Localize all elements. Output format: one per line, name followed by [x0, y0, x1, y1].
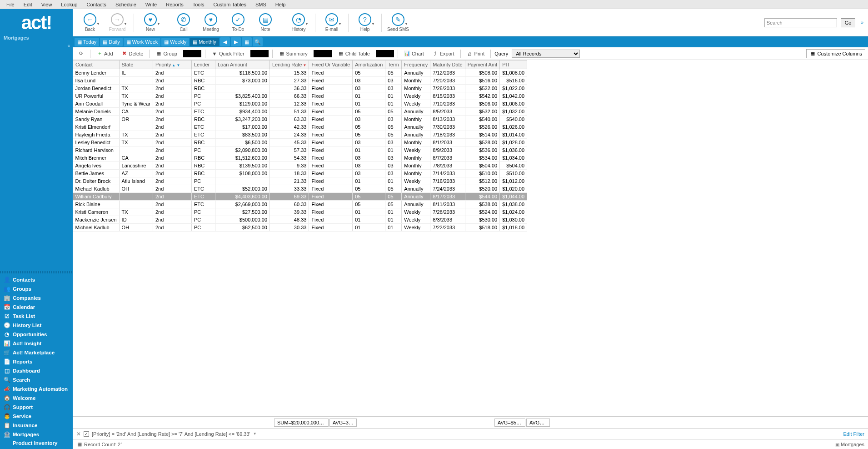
cell-la[interactable]: $1,512,600.00 — [215, 154, 270, 162]
go-button[interactable]: Go — [841, 18, 856, 27]
cell-fv[interactable]: Fixed — [309, 100, 353, 108]
cell-s[interactable]: CA — [119, 154, 153, 162]
to-do-button[interactable]: ✓To-Do — [225, 13, 251, 32]
cell-am[interactable]: 03 — [353, 139, 385, 146]
cell-fr[interactable]: Weekly — [402, 208, 430, 216]
cell-md[interactable]: 8/3/2033 — [430, 216, 465, 224]
menu-custom-tables[interactable]: Custom Tables — [209, 1, 251, 8]
menu-schedule[interactable]: Schedule — [111, 1, 141, 8]
cell-l[interactable]: PC — [192, 177, 215, 185]
cell-l[interactable]: ETC — [192, 185, 215, 193]
chart-button[interactable]: 📊Chart — [402, 50, 426, 58]
cell-s[interactable]: OH — [119, 185, 153, 193]
sidebar-item-contacts[interactable]: 👤Contacts — [0, 275, 73, 284]
cell-p[interactable]: 2nd — [153, 123, 192, 131]
cell-pa[interactable]: $524.00 — [465, 208, 499, 216]
cell-t[interactable]: 03 — [385, 116, 402, 123]
cell-c[interactable]: Kristi Cameron — [73, 208, 120, 216]
cell-l[interactable]: ETC — [192, 193, 215, 201]
cell-l[interactable]: RBC — [192, 139, 215, 146]
cell-t[interactable]: 05 — [385, 131, 402, 139]
cell-la[interactable]: $52,000.00 — [215, 185, 270, 193]
cell-c[interactable]: Bettie James — [73, 170, 120, 177]
cell-p[interactable]: 2nd — [153, 116, 192, 123]
cell-t[interactable]: 01 — [385, 177, 402, 185]
cell-la[interactable]: $6,500.00 — [215, 139, 270, 146]
cell-s[interactable]: TX — [119, 131, 153, 139]
cell-s[interactable]: OR — [119, 116, 153, 123]
cell-la[interactable]: $73,000.00 — [215, 77, 270, 85]
cell-pit[interactable]: $1,042.00 — [500, 92, 527, 100]
cell-la[interactable]: $4,403,600.00 — [215, 193, 270, 201]
cell-la[interactable]: $129,000.00 — [215, 100, 270, 108]
add-button[interactable]: ＋Add — [94, 50, 115, 58]
cell-fv[interactable]: Fixed — [309, 154, 353, 162]
cell-l[interactable]: RBC — [192, 170, 215, 177]
cell-c[interactable]: Lesley Benedict — [73, 139, 120, 146]
cell-pit[interactable]: $1,028.00 — [500, 139, 527, 146]
cell-pa[interactable]: $506.00 — [465, 100, 499, 108]
menu-help[interactable]: Help — [271, 1, 290, 8]
grid-view-button[interactable]: ▦ — [242, 37, 252, 46]
table-row[interactable]: Mitch BrennerCA2ndRBC$1,512,600.0054.33F… — [73, 154, 527, 162]
menu-reports[interactable]: Reports — [161, 1, 188, 8]
sidebar-item-task-list[interactable]: ☑Task List — [0, 312, 73, 321]
cell-am[interactable]: 05 — [353, 131, 385, 139]
sidebar-item-marketing-automation[interactable]: 📣Marketing Automation — [0, 384, 73, 394]
query-select[interactable]: All Records — [512, 50, 580, 58]
cell-p[interactable]: 2nd — [153, 154, 192, 162]
sidebar-item-act-insight[interactable]: 📊Act! Insight — [0, 339, 73, 348]
cell-s[interactable]: ID — [119, 216, 153, 224]
cell-p[interactable]: 2nd — [153, 170, 192, 177]
table-row[interactable]: Ann GoodallTyne & Wear2ndPC$129,000.0012… — [73, 100, 527, 108]
childtable-field[interactable] — [376, 50, 394, 57]
cell-pit[interactable]: $540.00 — [500, 116, 527, 123]
cell-fv[interactable]: Fixed — [309, 131, 353, 139]
table-row[interactable]: Michael KadlubOH2ndETC$52,000.0033.33Fix… — [73, 185, 527, 193]
cell-fr[interactable]: Annually — [402, 69, 430, 77]
table-row[interactable]: Benny LenderIL2ndETC$118,500.0015.33Fixe… — [73, 69, 527, 77]
prev-button[interactable]: ◀ — [220, 37, 230, 46]
cell-pa[interactable]: $504.00 — [465, 162, 499, 170]
cell-lr[interactable]: 21.33 — [270, 177, 309, 185]
cell-l[interactable]: PC — [192, 216, 215, 224]
cell-lr[interactable]: 57.33 — [270, 146, 309, 154]
cell-la[interactable] — [215, 177, 270, 185]
cell-t[interactable]: 05 — [385, 201, 402, 208]
menu-lookup[interactable]: Lookup — [56, 1, 82, 8]
cell-md[interactable]: 8/7/2033 — [430, 154, 465, 162]
cell-c[interactable]: Mitch Brenner — [73, 154, 120, 162]
cell-am[interactable]: 01 — [353, 208, 385, 216]
cell-am[interactable]: 03 — [353, 154, 385, 162]
cell-la[interactable]: $500,000.00 — [215, 216, 270, 224]
cell-s[interactable]: IL — [119, 69, 153, 77]
cell-s[interactable] — [119, 123, 153, 131]
cell-am[interactable]: 01 — [353, 100, 385, 108]
cell-t[interactable]: 03 — [385, 162, 402, 170]
sidebar-item-history-list[interactable]: 🕘History List — [0, 321, 73, 330]
cell-fr[interactable]: Weekly — [402, 100, 430, 108]
cell-s[interactable]: Tyne & Wear — [119, 100, 153, 108]
cell-c[interactable]: Ann Goodall — [73, 100, 120, 108]
table-row[interactable]: Mackenzie JensenID2ndPC$500,000.0048.33F… — [73, 216, 527, 224]
view-daily[interactable]: ▦ Daily — [100, 38, 122, 46]
cell-t[interactable]: 03 — [385, 154, 402, 162]
cell-s[interactable]: OH — [119, 224, 153, 232]
cell-am[interactable]: 01 — [353, 146, 385, 154]
cell-la[interactable]: $27,500.00 — [215, 208, 270, 216]
cell-lr[interactable]: 42.33 — [270, 123, 309, 131]
table-row[interactable]: Sandy RyanOR2ndRBC$3,247,200.0063.33Fixe… — [73, 116, 527, 123]
cell-l[interactable]: RBC — [192, 162, 215, 170]
sidebar-collapse[interactable]: « — [0, 41, 73, 50]
back-button[interactable]: ←▼Back — [77, 13, 103, 32]
cell-fv[interactable]: Fixed — [309, 224, 353, 232]
cell-l[interactable]: RBC — [192, 85, 215, 92]
cell-fv[interactable]: Fixed — [309, 193, 353, 201]
cell-c[interactable]: Dr. Deiter Brock — [73, 177, 120, 185]
cell-p[interactable]: 2nd — [153, 77, 192, 85]
cell-c[interactable]: Richard Harvison — [73, 146, 120, 154]
cell-pit[interactable]: $1,012.00 — [500, 177, 527, 185]
cell-lr[interactable]: 51.33 — [270, 108, 309, 116]
cell-p[interactable]: 2nd — [153, 108, 192, 116]
cell-p[interactable]: 2nd — [153, 193, 192, 201]
